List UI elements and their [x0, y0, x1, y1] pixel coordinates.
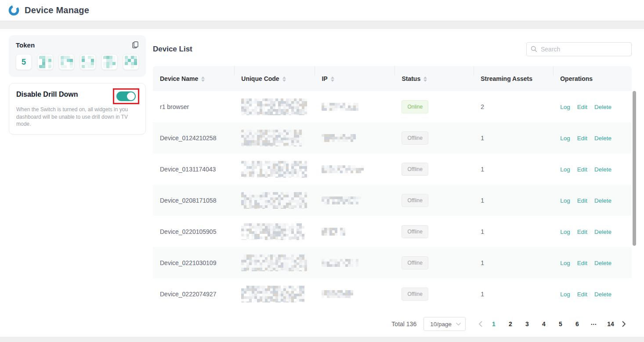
- column-label: Status: [402, 75, 420, 82]
- log-link[interactable]: Log: [560, 291, 570, 298]
- vertical-scrollbar-thumb[interactable]: [633, 91, 636, 246]
- device-name: Device_0222074927: [160, 291, 216, 298]
- topbar: Device Manage: [0, 0, 644, 21]
- log-link[interactable]: Log: [560, 166, 570, 173]
- status-badge: Offline: [402, 287, 428, 301]
- page-number-5[interactable]: 5: [555, 320, 566, 327]
- pagination: Total 136 10/page 123456⋯14: [153, 317, 632, 331]
- redacted-ip: [322, 259, 359, 267]
- page-number-1[interactable]: 1: [488, 320, 499, 327]
- log-link[interactable]: Log: [560, 104, 570, 110]
- sort-icon[interactable]: [331, 76, 334, 82]
- token-char-box: [59, 54, 75, 70]
- edit-link[interactable]: Edit: [577, 229, 587, 235]
- page-number-6[interactable]: 6: [572, 320, 582, 327]
- redacted-ip: [322, 290, 355, 298]
- redacted-token-char: [82, 56, 94, 68]
- sort-icon[interactable]: [201, 76, 205, 82]
- token-card: Token 5: [9, 35, 146, 77]
- redacted-ip: [322, 228, 347, 236]
- status-badge: Offline: [402, 194, 428, 207]
- status-badge: Offline: [402, 256, 428, 269]
- redacted-unique-code: [241, 286, 306, 302]
- sort-icon[interactable]: [282, 76, 286, 82]
- edit-link[interactable]: Edit: [577, 291, 587, 298]
- column-label: Unique Code: [241, 75, 279, 82]
- status-badge: Offline: [402, 131, 428, 145]
- drill-down-toggle[interactable]: [116, 91, 136, 101]
- sort-icon[interactable]: [423, 76, 427, 82]
- edit-link[interactable]: Edit: [577, 104, 587, 110]
- page-number-2[interactable]: 2: [505, 320, 516, 327]
- delete-link[interactable]: Delete: [594, 166, 611, 173]
- streaming-assets-count: 1: [481, 291, 484, 298]
- device-name: Device_0220105905: [160, 228, 216, 235]
- prev-page-icon[interactable]: [478, 321, 482, 327]
- edit-link[interactable]: Edit: [577, 166, 587, 173]
- edit-link[interactable]: Edit: [577, 260, 587, 266]
- delete-link[interactable]: Delete: [594, 260, 611, 266]
- page-number-4[interactable]: 4: [539, 320, 549, 327]
- streaming-assets-count: 1: [481, 166, 484, 173]
- streaming-assets-count: 1: [481, 228, 484, 235]
- edit-link[interactable]: Edit: [577, 135, 587, 142]
- token-char-box: 5: [16, 54, 32, 70]
- redacted-ip: [322, 103, 360, 111]
- page-number-3[interactable]: 3: [522, 320, 532, 327]
- delete-link[interactable]: Delete: [594, 291, 611, 298]
- page-title: Device Manage: [25, 5, 89, 15]
- column-header-status[interactable]: Status: [394, 66, 474, 91]
- redacted-unique-code: [241, 130, 306, 146]
- next-page-icon[interactable]: [622, 321, 626, 327]
- streaming-assets-count: 1: [481, 259, 484, 266]
- column-label: Operations: [560, 75, 593, 82]
- device-name: Device_0221030109: [160, 259, 216, 266]
- delete-link[interactable]: Delete: [594, 229, 611, 235]
- column-header-ip[interactable]: IP: [315, 66, 394, 91]
- search-input[interactable]: [526, 42, 632, 56]
- redacted-unique-code: [241, 161, 308, 178]
- status-badge: Offline: [402, 163, 428, 176]
- device-name: Device_0208171058: [160, 197, 216, 204]
- column-label: IP: [322, 75, 327, 82]
- copy-icon[interactable]: [132, 41, 139, 49]
- log-link[interactable]: Log: [560, 135, 570, 142]
- device-name: Device_0131174043: [160, 166, 216, 173]
- token-char-box: [101, 54, 117, 70]
- redacted-ip: [322, 165, 364, 173]
- token-char: 5: [22, 58, 26, 67]
- device-name: r1 browser: [160, 103, 189, 110]
- annotation-box: [113, 88, 139, 104]
- column-header-device-name[interactable]: Device Name: [153, 66, 234, 91]
- search-box: [526, 42, 632, 56]
- page-size-select[interactable]: 10/page: [423, 317, 466, 331]
- delete-link[interactable]: Delete: [594, 135, 611, 142]
- column-label: Streaming Assets: [481, 75, 532, 82]
- content-area: Token 5 Disable Drill Down Wh: [0, 29, 644, 337]
- edit-link[interactable]: Edit: [577, 197, 587, 204]
- delete-link[interactable]: Delete: [594, 197, 611, 204]
- streaming-assets-count: 2: [481, 103, 484, 110]
- log-link[interactable]: Log: [560, 197, 570, 204]
- log-link[interactable]: Log: [560, 229, 570, 235]
- more-pages-icon[interactable]: ⋯: [589, 320, 599, 327]
- page-number-14[interactable]: 14: [605, 320, 616, 327]
- drill-down-description: When the Switch is turned on, all widget…: [16, 106, 137, 128]
- table-row: Device_0131174043Offline1LogEditDelete: [153, 153, 632, 185]
- search-icon: [531, 46, 537, 54]
- device-list-panel: Device List Device NameUnique CodeIPStat…: [153, 29, 632, 331]
- app-logo-icon: [8, 4, 20, 16]
- log-link[interactable]: Log: [560, 260, 570, 266]
- redacted-unique-code: [241, 98, 307, 115]
- delete-link[interactable]: Delete: [594, 104, 611, 110]
- token-characters: 5: [16, 54, 139, 70]
- pagination-total: Total 136: [391, 320, 416, 327]
- table-row: Device_0220105905Offline1LogEditDelete: [153, 216, 632, 247]
- token-char-box: [80, 54, 96, 70]
- status-badge: Offline: [402, 225, 428, 238]
- column-header-unique-code[interactable]: Unique Code: [234, 66, 315, 91]
- left-panel: Token 5 Disable Drill Down Wh: [9, 35, 146, 135]
- column-label: Device Name: [160, 75, 198, 82]
- redacted-token-char: [39, 56, 51, 68]
- streaming-assets-count: 1: [481, 135, 484, 142]
